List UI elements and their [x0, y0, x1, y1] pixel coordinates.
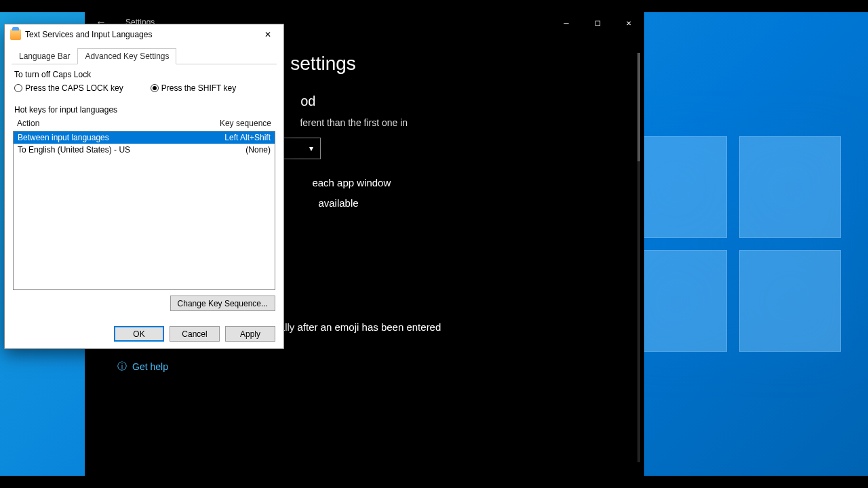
dialog-titlebar[interactable]: Text Services and Input Languages ✕ [5, 24, 283, 45]
minimize-button[interactable]: ─ [551, 12, 582, 34]
dialog-tabs: Language Bar Advanced Key Settings [12, 47, 277, 64]
radio-caps-lock[interactable]: Press the CAPS LOCK key [14, 83, 123, 93]
help-icon: ⓘ [117, 361, 127, 373]
radio-shift[interactable]: Press the SHIFT key [151, 83, 236, 93]
list-headers: Action Key sequence [12, 117, 277, 129]
radio-unselected-icon [14, 84, 22, 92]
close-button[interactable]: ✕ [613, 12, 644, 34]
list-row-selected[interactable]: Between input languages Left Alt+Shift [14, 131, 275, 144]
col-key-sequence: Key sequence [220, 119, 271, 128]
keyboard-icon [10, 29, 21, 40]
scrollbar-thumb[interactable] [637, 53, 640, 161]
tab-advanced-key-settings[interactable]: Advanced Key Settings [77, 48, 176, 64]
col-action: Action [17, 119, 39, 128]
dialog-title: Text Services and Input Languages [25, 30, 152, 39]
radio-selected-icon [151, 84, 159, 92]
windows-logo [625, 136, 841, 352]
hotkeys-list[interactable]: Between input languages Left Alt+Shift T… [13, 131, 275, 290]
capslock-group-label: To turn off Caps Lock [14, 70, 277, 79]
cancel-button[interactable]: Cancel [170, 326, 220, 342]
scrollbar[interactable] [637, 53, 640, 462]
text-services-dialog: Text Services and Input Languages ✕ Lang… [4, 24, 284, 349]
letterbox-top [0, 0, 868, 12]
list-row[interactable]: To English (United States) - US (None) [14, 144, 275, 156]
chevron-down-icon: ▾ [309, 144, 313, 153]
letterbox-bottom [0, 476, 868, 488]
dialog-close-button[interactable]: ✕ [258, 26, 278, 43]
get-help-link[interactable]: ⓘ Get help [117, 361, 168, 373]
hotkeys-group-label: Hot keys for input languages [14, 105, 277, 115]
tab-language-bar[interactable]: Language Bar [12, 48, 77, 64]
change-key-sequence-button[interactable]: Change Key Sequence... [170, 296, 275, 311]
apply-button[interactable]: Apply [225, 326, 275, 342]
ok-button[interactable]: OK [114, 326, 164, 342]
maximize-button[interactable]: ☐ [582, 12, 613, 34]
